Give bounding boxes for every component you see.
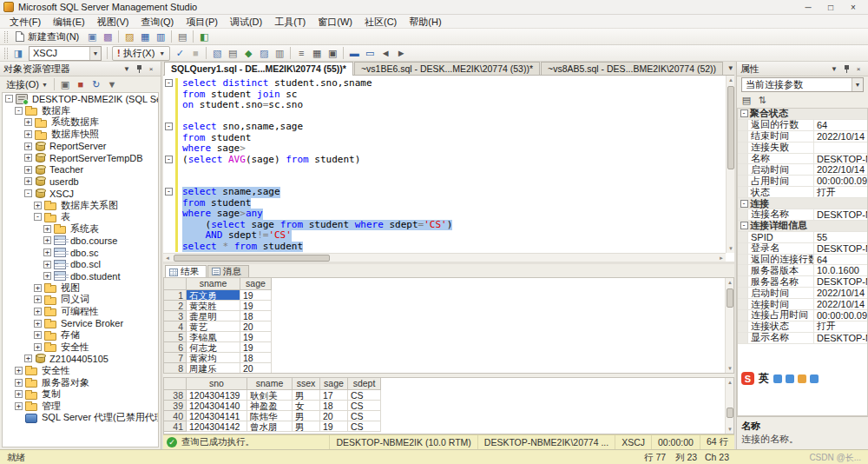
expand-icon[interactable]: + xyxy=(43,236,51,244)
tree-item[interactable]: +复制 xyxy=(3,388,158,401)
grid-cell[interactable]: CS xyxy=(348,401,381,411)
menu-icon[interactable] xyxy=(810,375,819,383)
messages-tab[interactable]: 消息 xyxy=(207,265,249,277)
collapse-icon[interactable]: - xyxy=(34,213,42,221)
expand-icon[interactable]: + xyxy=(15,379,23,387)
pin-icon[interactable] xyxy=(133,63,145,75)
expand-icon[interactable]: + xyxy=(43,261,51,268)
tree-item[interactable]: +Service Broker xyxy=(3,317,158,329)
tree-item[interactable]: +安全性 xyxy=(3,365,158,377)
query-options-icon[interactable]: ▤ xyxy=(225,46,240,61)
stop-icon[interactable]: ■ xyxy=(73,77,89,92)
property-row[interactable]: 服务器名称DESKTOP-NBME2I... xyxy=(738,276,867,288)
editor-tab[interactable]: SQLQuery1.sql - DE...ME2IK\20774 (55))* xyxy=(164,62,353,76)
row-number[interactable]: 3 xyxy=(164,311,187,321)
grid-cell[interactable]: 19 xyxy=(240,332,272,342)
expand-icon[interactable]: + xyxy=(34,343,42,351)
expand-icon[interactable]: + xyxy=(34,295,42,303)
property-row[interactable]: 连接占用时间00:00:00.099 xyxy=(738,310,867,321)
menu-item[interactable]: 调试(D) xyxy=(224,15,268,29)
grid-cell[interactable]: 19 xyxy=(320,421,348,432)
connect-icon[interactable]: ◨ xyxy=(10,46,26,61)
menu-item[interactable]: 编辑(E) xyxy=(47,15,91,29)
scroll-down-icon[interactable]: ▼ xyxy=(727,244,735,253)
collapse-icon[interactable]: - xyxy=(738,200,750,208)
property-section[interactable]: -聚合状态 xyxy=(738,109,867,120)
scroll-up-icon[interactable]: ▲ xyxy=(726,378,734,387)
property-row[interactable]: 占用时间00:00:00.099 xyxy=(738,176,867,187)
scrollbar-thumb[interactable] xyxy=(174,255,330,262)
property-row[interactable]: 连接时间2022/10/14 11:11:4... xyxy=(738,299,867,310)
tree-item[interactable]: -DESKTOP-NBME2IK (SQL Server 10.0.160... xyxy=(3,93,158,105)
scroll-up-icon[interactable]: ▲ xyxy=(727,76,735,84)
grid-vertical-scrollbar[interactable]: ▲ ▼ xyxy=(725,378,733,434)
property-row[interactable]: 连接名称DESKTOP-NBME2I... xyxy=(738,209,867,221)
expand-icon[interactable]: + xyxy=(24,177,32,185)
scrollbar-thumb[interactable] xyxy=(727,86,734,169)
print-icon[interactable]: ▤ xyxy=(174,30,190,44)
grid-cell[interactable]: 20 xyxy=(240,321,272,332)
tree-item[interactable]: +视图 xyxy=(3,282,158,295)
expand-icon[interactable]: + xyxy=(24,130,32,138)
grid-vertical-scrollbar[interactable]: ▲ ▼ xyxy=(725,278,733,373)
include-client-statistics-icon[interactable]: ▥ xyxy=(272,46,287,61)
grid-cell[interactable]: 何志龙 xyxy=(187,342,240,353)
expand-icon[interactable]: + xyxy=(24,118,32,126)
server-group-icon[interactable]: ▣ xyxy=(57,77,73,92)
property-row[interactable]: 结束时间2022/10/14 11:11:4... xyxy=(738,131,867,143)
database-selector[interactable]: XSCJ ▼ xyxy=(29,46,102,61)
toolbox-icon[interactable] xyxy=(798,375,806,383)
database-engine-query-icon[interactable]: ▣ xyxy=(84,30,100,44)
property-row[interactable]: 连接失败 xyxy=(738,143,867,154)
tree-item[interactable]: +数据库快照 xyxy=(3,129,158,141)
scroll-up-icon[interactable]: ▲ xyxy=(726,278,734,287)
new-query-button[interactable]: 新建查询(N) xyxy=(10,30,84,44)
grid-cell[interactable]: 黄家均 xyxy=(187,353,240,363)
row-number[interactable]: 1 xyxy=(164,290,187,301)
alphabetical-icon[interactable]: ⇅ xyxy=(754,93,770,108)
panel-menu-icon[interactable]: ▼ xyxy=(828,63,840,75)
expand-icon[interactable]: + xyxy=(15,367,23,375)
expand-icon[interactable]: + xyxy=(15,402,23,410)
sogou-logo-icon[interactable]: S xyxy=(741,372,754,385)
property-grid[interactable]: -聚合状态返回的行数64结束时间2022/10/14 11:11:4...连接失… xyxy=(737,108,868,416)
grid-cell[interactable]: 17 xyxy=(320,390,348,401)
results-to-text-icon[interactable]: ≡ xyxy=(293,46,309,61)
voice-icon[interactable] xyxy=(773,375,782,383)
object-explorer-tree[interactable]: -DESKTOP-NBME2IK (SQL Server 10.0.160...… xyxy=(2,92,159,447)
menu-item[interactable]: 查询(Q) xyxy=(135,15,180,29)
chevron-down-icon[interactable]: ▼ xyxy=(852,78,863,91)
ime-language-indicator[interactable]: 英 xyxy=(759,371,769,386)
property-row[interactable]: 名称DESKTOP-NBME2I... xyxy=(738,154,867,165)
collapse-icon[interactable]: - xyxy=(738,222,750,229)
activity-monitor-icon[interactable]: ◧ xyxy=(196,30,212,44)
toolbar-grip[interactable] xyxy=(4,48,8,59)
grid-corner[interactable] xyxy=(164,378,187,390)
collapse-icon[interactable]: - xyxy=(738,109,750,117)
editor-vertical-scrollbar[interactable]: ▲ ▼ xyxy=(726,76,734,253)
column-header[interactable]: sage xyxy=(320,378,348,390)
column-header[interactable]: sno xyxy=(187,378,247,390)
grid-corner[interactable] xyxy=(164,278,187,290)
scrollbar-thumb[interactable] xyxy=(727,408,733,418)
grid-cell[interactable]: 18 xyxy=(240,311,272,321)
row-number[interactable]: 40 xyxy=(164,411,187,421)
column-header[interactable]: ssex xyxy=(293,378,320,390)
row-number[interactable]: 4 xyxy=(164,321,187,332)
tree-item[interactable]: +管理 xyxy=(3,400,158,412)
collapse-icon[interactable]: - xyxy=(24,189,32,197)
property-row[interactable]: 返回的行数64 xyxy=(738,120,867,131)
intellisense-enabled-icon[interactable]: ◆ xyxy=(240,46,256,61)
collapse-icon[interactable]: - xyxy=(165,156,173,163)
row-number[interactable]: 41 xyxy=(164,421,187,432)
row-number[interactable]: 6 xyxy=(164,342,187,353)
expand-icon[interactable]: + xyxy=(34,284,42,292)
menu-item[interactable]: 工具(T) xyxy=(268,15,312,29)
grid-cell[interactable]: 1204304141 xyxy=(187,411,247,421)
tree-item[interactable]: +数据库关系图 xyxy=(3,199,158,211)
refresh-icon[interactable]: ↻ xyxy=(89,77,104,92)
tree-item[interactable]: +dbo.student xyxy=(3,270,158,282)
save-all-icon[interactable]: ▥ xyxy=(153,30,168,44)
collapse-icon[interactable]: - xyxy=(165,79,173,87)
ime-toolbar[interactable]: S 英 xyxy=(741,371,819,386)
